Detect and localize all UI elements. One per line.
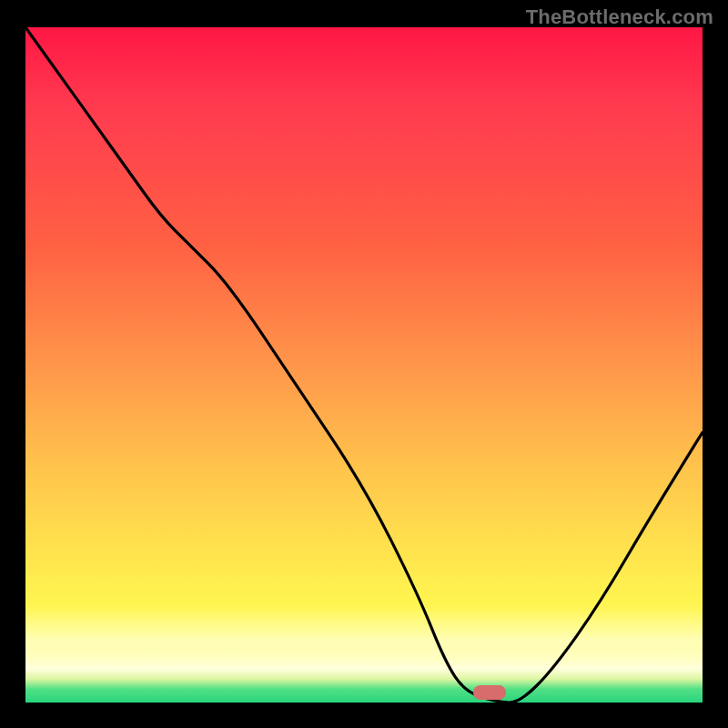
optimal-marker bbox=[473, 685, 506, 700]
bottleneck-gradient-plot bbox=[25, 27, 703, 703]
chart-frame: TheBottleneck.com bbox=[0, 0, 728, 728]
watermark-label: TheBottleneck.com bbox=[526, 5, 713, 29]
